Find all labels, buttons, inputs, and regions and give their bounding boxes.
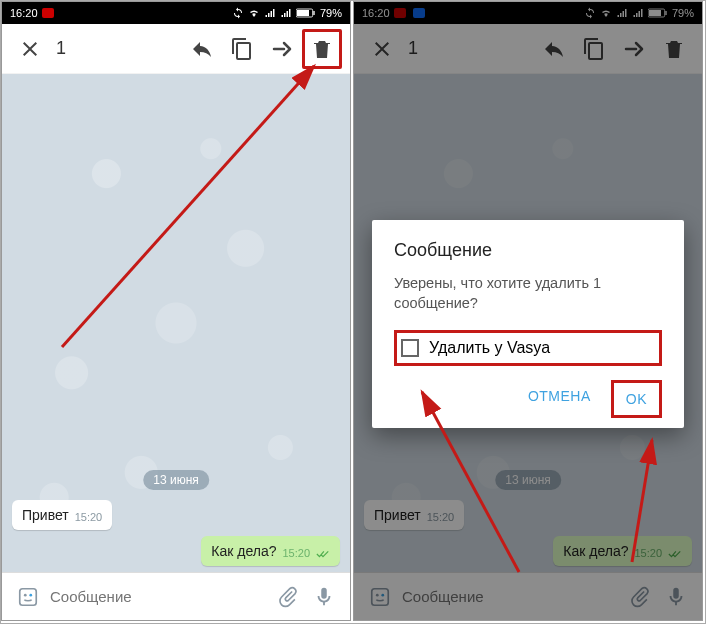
signal-icon	[264, 7, 276, 19]
message-text: Как дела?	[211, 543, 276, 559]
delete-button[interactable]	[302, 29, 342, 69]
clock: 16:20	[10, 7, 38, 19]
trash-icon	[310, 37, 334, 61]
battery-pct: 79%	[320, 7, 342, 19]
close-icon	[18, 37, 42, 61]
wifi-icon	[248, 7, 260, 19]
copy-button[interactable]	[222, 29, 262, 69]
reply-icon	[190, 37, 214, 61]
mic-icon	[313, 586, 335, 608]
svg-point-4	[24, 593, 27, 596]
delete-for-user-row[interactable]: Удалить у Vasya	[394, 330, 662, 366]
message-incoming[interactable]: Привет 15:20	[12, 500, 112, 530]
reply-button[interactable]	[182, 29, 222, 69]
dialog-title: Сообщение	[394, 240, 662, 261]
ok-button[interactable]: OK	[611, 380, 662, 418]
signal2-icon	[280, 7, 292, 19]
paperclip-icon	[277, 586, 299, 608]
battery-icon	[296, 7, 316, 19]
dialog-actions: ОТМЕНА OK	[394, 380, 662, 418]
message-input[interactable]	[46, 582, 270, 611]
message-outgoing[interactable]: Как дела? 15:20	[201, 536, 340, 566]
checkbox-icon[interactable]	[401, 339, 419, 357]
close-selection-button[interactable]	[10, 29, 50, 69]
svg-rect-1	[297, 10, 309, 16]
selection-toolbar: 1	[2, 24, 350, 74]
message-time: 15:20	[75, 511, 103, 523]
phone-right: 16:20 79% 1 13 июня	[353, 1, 703, 621]
sticker-button[interactable]	[10, 579, 46, 615]
mic-button[interactable]	[306, 579, 342, 615]
dialog-message: Уверены, что хотите удалить 1 сообщение?	[394, 273, 662, 314]
svg-rect-3	[20, 588, 37, 605]
message-time: 15:20	[282, 547, 310, 559]
phone-left: 16:20 79% 1	[1, 1, 351, 621]
copy-icon	[230, 37, 254, 61]
chat-area[interactable]: 13 июня Привет 15:20 Как дела? 15:20	[2, 74, 350, 572]
input-bar	[2, 572, 350, 620]
svg-point-5	[29, 593, 32, 596]
selection-count: 1	[56, 38, 66, 59]
checkbox-label: Удалить у Vasya	[429, 339, 550, 357]
statusbar: 16:20 79%	[2, 2, 350, 24]
date-label: 13 июня	[143, 470, 209, 490]
read-ticks-icon	[316, 549, 330, 559]
delete-dialog: Сообщение Уверены, что хотите удалить 1 …	[372, 220, 684, 428]
sync-icon	[232, 7, 244, 19]
youtube-icon	[42, 8, 54, 18]
svg-rect-2	[313, 11, 314, 15]
forward-button[interactable]	[262, 29, 302, 69]
sticker-icon	[17, 586, 39, 608]
cancel-button[interactable]: ОТМЕНА	[516, 380, 603, 418]
attachment-button[interactable]	[270, 579, 306, 615]
forward-icon	[270, 37, 294, 61]
message-text: Привет	[22, 507, 69, 523]
